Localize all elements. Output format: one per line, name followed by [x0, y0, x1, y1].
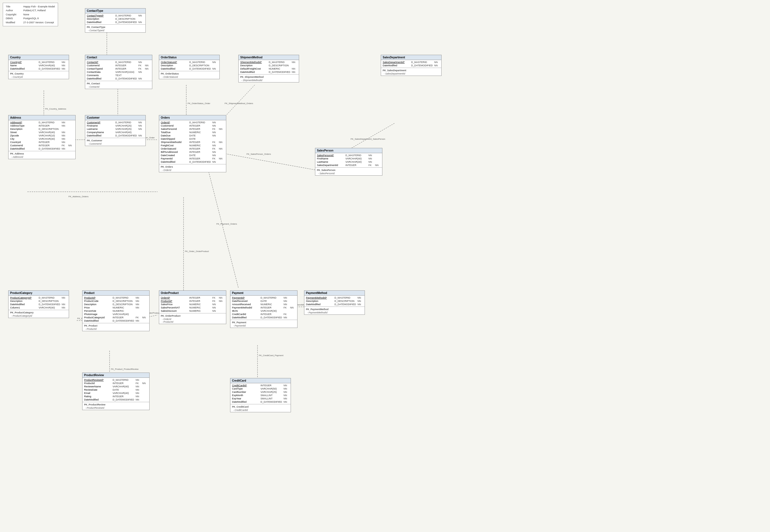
entity-creditcard-header: CreditCard	[230, 378, 291, 383]
entity-orderproduct-header: OrderProduct	[159, 291, 226, 296]
entity-product-body: ProductId*D_MASTERIDNN ProductCodeD_DESC…	[82, 296, 149, 331]
entity-customer-header: Customer	[85, 115, 145, 120]
svg-text:FK_Payment_Orders: FK_Payment_Orders	[216, 223, 237, 225]
entity-orderstatus: OrderStatus OrderStatusId*D_MASTERIDNN D…	[159, 55, 220, 79]
entity-productcategory: ProductCategory ProductCategoryId*D_MAST…	[8, 290, 69, 318]
entity-payment: Payment PaymentId*D_MASTERIDNN DateRecei…	[230, 290, 297, 328]
title-value: Happy Fish - Example Model	[23, 5, 55, 8]
svg-text:FK_Country_Address: FK_Country_Address	[45, 108, 66, 110]
entity-product: Product ProductId*D_MASTERIDNN ProductCo…	[82, 290, 150, 331]
entity-address-header: Address	[8, 115, 75, 120]
entity-orderstatus-body: OrderStatusId*D_MASTERIDNN DescriptionD_…	[159, 60, 219, 79]
author-label: Author	[6, 8, 22, 12]
entity-salesperson-body: SalesPersonId*D_MASTERIDNN FirstNameVARC…	[315, 153, 382, 175]
entity-creditcard-body: CreditCardId*INTEGERNN CardTypeVARCHAR(5…	[230, 383, 291, 412]
entity-contact-header: Contact	[85, 55, 152, 60]
title-label: Title	[6, 5, 22, 8]
entity-productreview-body: ProductReviewId*D_MASTERIDNN ProductIdIN…	[82, 378, 149, 410]
entity-orderstatus-header: OrderStatus	[159, 55, 219, 60]
entity-orders-body: OrderId*D_MASTERIDNN CustomerIdINTEGERNN…	[159, 120, 226, 172]
author-value: Polderij ICT, Holland	[23, 8, 46, 12]
modified-label: Modified	[6, 21, 22, 24]
entity-country-header: Country	[8, 55, 69, 60]
entity-shipmentmethod-header: ShipmentMethod	[239, 55, 299, 60]
entity-productcategory-header: ProductCategory	[8, 291, 69, 296]
svg-text:FK_OrderStatus_Order: FK_OrderStatus_Order	[188, 102, 210, 105]
entity-salesperson: SalesPerson SalesPersonId*D_MASTERIDNN F…	[315, 148, 382, 176]
info-panel: TitleHappy Fish - Example Model AuthorPo…	[3, 3, 58, 26]
entity-paymentmethod-header: PaymentMethod	[304, 291, 365, 296]
entity-productreview: ProductReview ProductReviewId*D_MASTERID…	[82, 373, 150, 410]
svg-line-16	[208, 170, 238, 288]
entity-address: Address AddressId*D_MASTERIDNN AddressTy…	[8, 115, 76, 159]
svg-text:FK_SalesDepartment_SalesPerson: FK_SalesDepartment_SalesPerson	[351, 138, 385, 140]
svg-text:FK_ShipmentMethod_Orders: FK_ShipmentMethod_Orders	[225, 102, 253, 105]
entity-contacttype-body: ContactTypeId*D_MASTERIDNN DescriptionD_…	[85, 13, 145, 32]
entity-shipmentmethod-body: ShipmentMethodId*D_MASTERIDNN Descriptio…	[239, 60, 299, 82]
entity-shipmentmethod: ShipmentMethod ShipmentMethodId*D_MASTER…	[238, 55, 299, 82]
svg-text:FK_Product_ProductReview: FK_Product_ProductReview	[111, 368, 139, 370]
dbms-label: DBMS	[6, 16, 22, 20]
svg-text:FK_Order_OrderProduct: FK_Order_OrderProduct	[185, 250, 209, 253]
entity-address-body: AddressId*D_MASTERIDNN AddressTypeINTEGE…	[8, 120, 75, 159]
entity-payment-header: Payment	[230, 291, 297, 296]
entity-contact-body: ContactId*D_MASTERIDNN CustomerIdINTEGER…	[85, 60, 152, 89]
entity-contact: Contact ContactId*D_MASTERIDNN CustomerI…	[85, 55, 152, 89]
copyright-value: None	[23, 13, 29, 16]
copyright-label: Copyright	[6, 13, 22, 16]
entity-customer: Customer CustomerId*D_MASTERIDNN Firstna…	[85, 115, 146, 146]
svg-text:FK_Address_Orders: FK_Address_Orders	[68, 195, 88, 198]
entity-customer-body: CustomerId*D_MASTERIDNN FirstnameVARCHAR…	[85, 120, 145, 146]
svg-text:FK_CreditCard_Payment: FK_CreditCard_Payment	[259, 354, 284, 357]
entity-orders: Orders OrderId*D_MASTERIDNN CustomerIdIN…	[159, 115, 226, 172]
entity-orders-header: Orders	[159, 115, 226, 120]
svg-text:FK_SalesPerson_Orders: FK_SalesPerson_Orders	[247, 153, 271, 155]
entity-contacttype-header: ContactType	[85, 8, 145, 13]
entity-paymentmethod-body: PaymentMethodId*D_MASTERIDNN Description…	[304, 296, 365, 314]
entity-productreview-header: ProductReview	[82, 373, 149, 378]
entity-salesdepartment: SalesDepartment SalesDepartmentId*D_MAST…	[381, 55, 442, 76]
entity-orderproduct: OrderProduct OrderId*INTEGERFKNN Product…	[159, 290, 226, 324]
entity-salesdepartment-body: SalesDepartmentId*D_MASTERIDNN DateModif…	[381, 60, 441, 76]
entity-productcategory-body: ProductCategoryId*D_MASTERIDNN Descripti…	[8, 296, 69, 318]
entity-payment-body: PaymentId*D_MASTERIDNN DateReceivedDATEN…	[230, 296, 297, 328]
entity-salesperson-header: SalesPerson	[315, 148, 382, 153]
entity-country-body: CountryId*D_MASTERIDNN NameVARCHAR(40)NN…	[8, 60, 69, 79]
entity-contacttype: ContactType ContactTypeId*D_MASTERIDNN D…	[85, 8, 146, 33]
entity-creditcard: CreditCard CreditCardId*INTEGERNN CardTy…	[230, 378, 291, 412]
entity-paymentmethod: PaymentMethod PaymentMethodId*D_MASTERID…	[304, 290, 365, 315]
entity-orderproduct-body: OrderId*INTEGERFKNN ProductId*INTEGERFKN…	[159, 296, 226, 324]
entity-salesdepartment-header: SalesDepartment	[381, 55, 441, 60]
modified-value: 27-3-2007 Version: Concept	[23, 21, 54, 24]
dbms-value: PostgreSQL 8	[23, 16, 39, 20]
entity-product-header: Product	[82, 291, 149, 296]
entity-country: Country CountryId*D_MASTERIDNN NameVARCH…	[8, 55, 69, 79]
